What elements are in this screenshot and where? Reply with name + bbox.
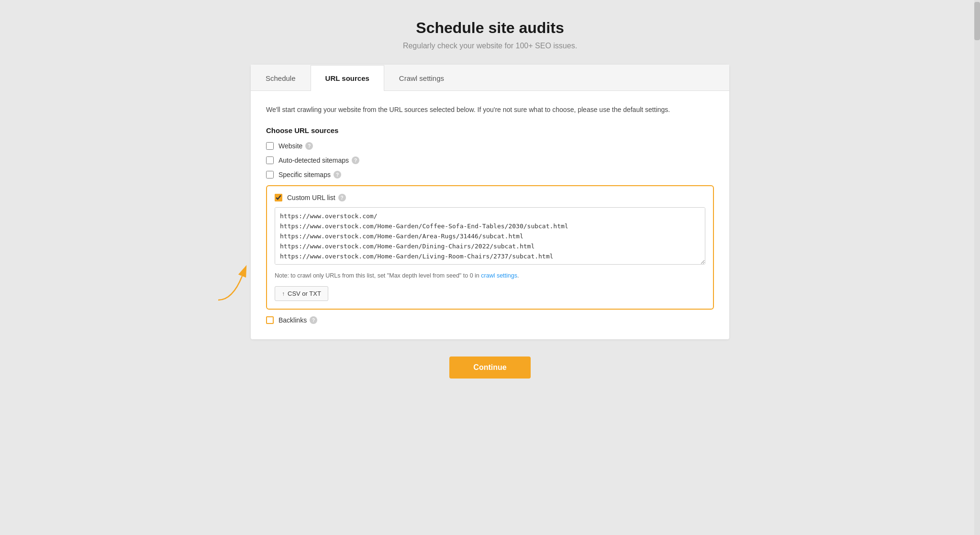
card-body: We'll start crawling your website from t… — [251, 91, 729, 339]
backlinks-row: Backlinks ? — [266, 316, 714, 324]
scrollbar-thumb[interactable] — [974, 2, 980, 40]
custom-url-label: Custom URL list ? — [287, 194, 346, 201]
tab-crawl-settings[interactable]: Crawl settings — [384, 65, 459, 91]
section-title: Choose URL sources — [266, 126, 714, 134]
specific-sitemaps-row: Specific sitemaps ? — [266, 171, 714, 178]
page-title: Schedule site audits — [403, 19, 577, 37]
auto-sitemaps-row: Auto-detected sitemaps ? — [266, 156, 714, 164]
website-label: Website ? — [278, 142, 313, 150]
custom-url-header: Custom URL list ? — [275, 194, 705, 201]
website-help-icon[interactable]: ? — [305, 142, 313, 150]
upload-icon: ↑ — [282, 290, 285, 297]
tab-url-sources[interactable]: URL sources — [311, 65, 384, 91]
auto-sitemaps-help-icon[interactable]: ? — [352, 156, 359, 164]
tab-schedule[interactable]: Schedule — [251, 65, 311, 91]
auto-sitemaps-checkbox[interactable] — [266, 156, 274, 164]
custom-url-section: Custom URL list ? Note: to crawl only UR… — [266, 185, 714, 310]
continue-button[interactable]: Continue — [449, 357, 530, 379]
specific-sitemaps-label: Specific sitemaps ? — [278, 171, 341, 178]
csv-upload-button[interactable]: ↑ CSV or TXT — [275, 286, 328, 301]
backlinks-help-icon[interactable]: ? — [310, 316, 317, 324]
crawl-settings-link[interactable]: crawl settings — [481, 272, 517, 279]
arrow-annotation — [213, 262, 271, 305]
specific-sitemaps-checkbox[interactable] — [266, 171, 274, 178]
specific-sitemaps-help-icon[interactable]: ? — [334, 171, 341, 178]
page-subtitle: Regularly check your website for 100+ SE… — [403, 42, 577, 50]
backlinks-checkbox[interactable] — [266, 316, 274, 324]
custom-url-checkbox[interactable] — [275, 194, 282, 201]
note-text: Note: to crawl only URLs from this list,… — [275, 271, 705, 280]
url-textarea-wrapper — [275, 207, 705, 271]
url-textarea[interactable] — [275, 207, 705, 265]
tab-bar: Schedule URL sources Crawl settings — [251, 65, 729, 91]
description-text: We'll start crawling your website from t… — [266, 104, 714, 115]
main-card: Schedule URL sources Crawl settings We'l… — [251, 65, 729, 339]
backlinks-container: Backlinks ? — [266, 316, 714, 324]
backlinks-label: Backlinks ? — [278, 316, 317, 324]
website-checkbox[interactable] — [266, 142, 274, 150]
website-row: Website ? — [266, 142, 714, 150]
scrollbar[interactable] — [974, 0, 980, 535]
auto-sitemaps-label: Auto-detected sitemaps ? — [278, 156, 359, 164]
custom-url-help-icon[interactable]: ? — [338, 194, 346, 201]
